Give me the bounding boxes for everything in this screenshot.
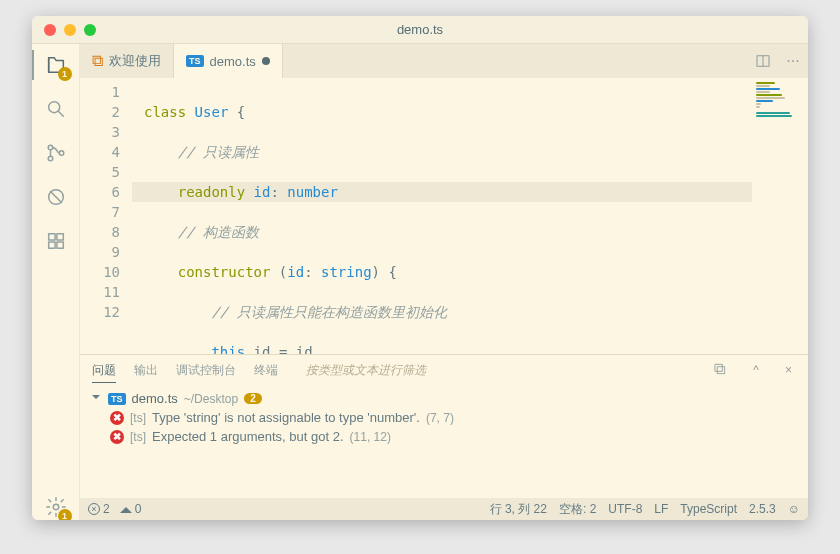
vscode-icon: ⧉ — [92, 52, 103, 70]
settings-gear-icon[interactable]: 1 — [43, 494, 69, 520]
svg-rect-8 — [56, 242, 62, 248]
panel-tab-problems[interactable]: 问题 — [92, 362, 116, 379]
svg-rect-7 — [48, 242, 54, 248]
more-actions-icon[interactable]: ··· — [778, 44, 808, 78]
problem-location: (11, 12) — [350, 430, 391, 444]
source-control-icon[interactable] — [43, 140, 69, 166]
error-icon: ✖ — [110, 430, 124, 444]
activity-bar: 1 1 — [32, 44, 80, 520]
code-content[interactable]: class User { // 只读属性 readonly id: number… — [132, 78, 752, 354]
main-area: 1 1 ⧉ 欢迎使用 TS demo.ts — [32, 44, 808, 520]
problem-item[interactable]: ✖ [ts] Expected 1 arguments, but got 2. … — [88, 427, 800, 446]
status-encoding[interactable]: UTF-8 — [608, 502, 642, 516]
dirty-indicator-icon — [262, 57, 270, 65]
problems-panel: 问题 输出 调试控制台 终端 按类型或文本进行筛选 ^ × TS demo.ts… — [80, 354, 808, 498]
error-icon: ✖ — [110, 411, 124, 425]
status-indentation[interactable]: 空格: 2 — [559, 501, 596, 518]
problem-source: [ts] — [130, 411, 146, 425]
maximize-panel-icon[interactable]: ^ — [749, 363, 763, 377]
problems-list: TS demo.ts ~/Desktop 2 ✖ [ts] Type 'stri… — [80, 385, 808, 498]
problems-file-path: ~/Desktop — [184, 392, 238, 406]
status-cursor-position[interactable]: 行 3, 列 22 — [490, 501, 547, 518]
tab-welcome[interactable]: ⧉ 欢迎使用 — [80, 44, 174, 78]
minimap[interactable] — [752, 78, 808, 354]
editor-group: ⧉ 欢迎使用 TS demo.ts ··· 123456789101112 cl… — [80, 44, 808, 520]
svg-rect-11 — [716, 364, 723, 371]
problems-file-group[interactable]: TS demo.ts ~/Desktop 2 — [88, 389, 800, 408]
split-editor-icon[interactable] — [748, 44, 778, 78]
collapse-all-icon[interactable] — [709, 362, 731, 379]
panel-tab-debug[interactable]: 调试控制台 — [176, 362, 236, 379]
status-warnings[interactable]: 0 — [120, 502, 142, 516]
problem-item[interactable]: ✖ [ts] Type 'string' is not assignable t… — [88, 408, 800, 427]
problem-message: Type 'string' is not assignable to type … — [152, 410, 420, 425]
status-bar: ×2 0 行 3, 列 22 空格: 2 UTF-8 LF TypeScript… — [80, 498, 808, 520]
svg-rect-12 — [718, 366, 725, 373]
tab-bar: ⧉ 欢迎使用 TS demo.ts ··· — [80, 44, 808, 78]
explorer-badge: 1 — [58, 67, 72, 81]
debug-icon[interactable] — [43, 184, 69, 210]
problem-source: [ts] — [130, 430, 146, 444]
explorer-icon[interactable]: 1 — [43, 52, 69, 78]
typescript-icon: TS — [186, 55, 204, 67]
window-title: demo.ts — [32, 22, 808, 37]
status-ts-version[interactable]: 2.5.3 — [749, 502, 776, 516]
problems-filter-input[interactable]: 按类型或文本进行筛选 — [306, 362, 691, 379]
settings-badge: 1 — [58, 509, 72, 520]
tab-label: 欢迎使用 — [109, 52, 161, 70]
problem-message: Expected 1 arguments, but got 2. — [152, 429, 344, 444]
svg-rect-5 — [48, 234, 54, 240]
chevron-down-icon — [92, 395, 100, 403]
svg-rect-6 — [56, 234, 62, 240]
titlebar: demo.ts — [32, 16, 808, 44]
svg-point-9 — [53, 504, 59, 510]
tab-demo-ts[interactable]: TS demo.ts — [174, 44, 283, 78]
panel-tabs: 问题 输出 调试控制台 终端 按类型或文本进行筛选 ^ × — [80, 355, 808, 385]
problems-count-badge: 2 — [244, 393, 262, 404]
status-errors[interactable]: ×2 — [88, 502, 110, 516]
panel-tab-terminal[interactable]: 终端 — [254, 362, 278, 379]
close-panel-icon[interactable]: × — [781, 363, 796, 377]
line-number-gutter: 123456789101112 — [80, 78, 132, 354]
status-feedback-icon[interactable]: ☺ — [788, 502, 800, 516]
panel-tab-output[interactable]: 输出 — [134, 362, 158, 379]
problem-location: (7, 7) — [426, 411, 454, 425]
extensions-icon[interactable] — [43, 228, 69, 254]
problems-file-name: demo.ts — [132, 391, 178, 406]
app-window: demo.ts 1 1 ⧉ 欢迎使用 — [32, 16, 808, 520]
tab-label: demo.ts — [210, 54, 256, 69]
status-language[interactable]: TypeScript — [680, 502, 737, 516]
search-icon[interactable] — [43, 96, 69, 122]
typescript-icon: TS — [108, 393, 126, 405]
code-editor[interactable]: 123456789101112 class User { // 只读属性 rea… — [80, 78, 808, 354]
status-eol[interactable]: LF — [654, 502, 668, 516]
